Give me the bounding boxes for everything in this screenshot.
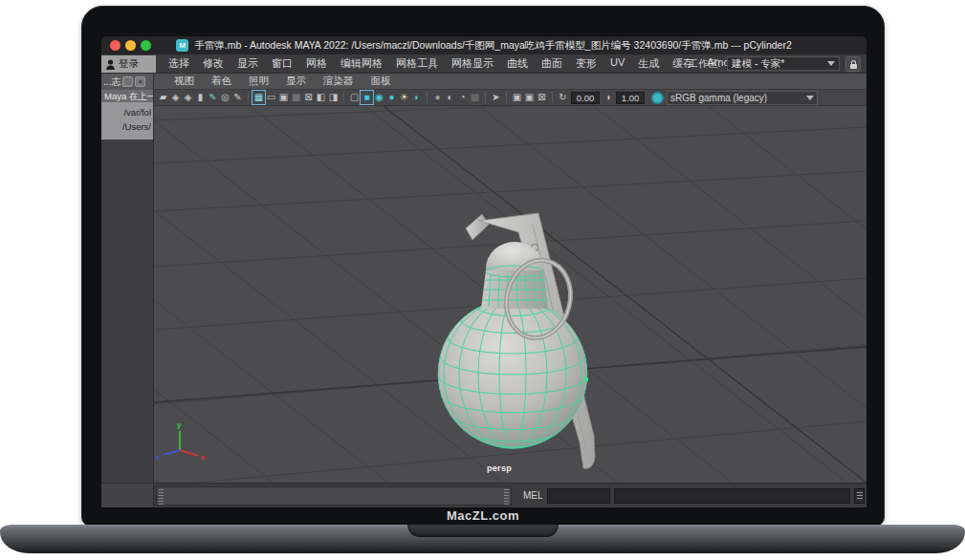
region-icon[interactable]: ⊠ (302, 91, 315, 104)
panel-menu-lighting[interactable]: 照明 (240, 74, 277, 89)
laptop-base (0, 525, 965, 553)
view-transform-value: sRGB gamma (legacy) (670, 93, 767, 103)
workspace-select[interactable]: 建模 - 专家* (727, 56, 840, 71)
video-camera-icon[interactable]: ▰ (157, 91, 169, 104)
range-handle-right[interactable] (504, 489, 509, 505)
recovery-message: Maya 在上一 (101, 90, 153, 102)
menu-deform: 变形 (569, 54, 603, 73)
menu-modify: 修改 (196, 54, 230, 73)
panel-menu-shading[interactable]: 着色 (203, 74, 240, 89)
workspace-lock-button[interactable] (845, 56, 861, 72)
icon-list-anchor: ▰ ◈ ◈ ▮ ✎ ◎ ✎ (157, 91, 557, 104)
gate-mask-icon[interactable]: ▩ (290, 91, 302, 104)
mel-command-input[interactable] (547, 488, 610, 504)
axis-x-label: x (201, 453, 206, 462)
depth-of-field-icon[interactable]: ▩ (469, 91, 481, 104)
resolution-gate-icon[interactable]: ▣ (277, 91, 290, 104)
image-plane-icon[interactable]: ✎ (207, 91, 219, 104)
minimize-window-button[interactable] (125, 40, 136, 51)
script-editor-icon[interactable] (854, 488, 865, 504)
anti-alias-icon[interactable]: ◔ (456, 91, 469, 104)
menu-mesh-display: 网格显示 (445, 54, 500, 73)
wireframe-icon[interactable]: ▢ (348, 91, 361, 104)
panel-menu-renderer[interactable]: 渲染器 (315, 74, 362, 89)
bookmark-icon[interactable]: ▮ (194, 91, 207, 104)
two-d-pan-zoom-icon[interactable]: ◎ (219, 91, 231, 104)
chevron-down-icon (827, 61, 835, 66)
axis-gizmo: y x z (156, 420, 206, 462)
menu-curves: 曲线 (500, 54, 535, 73)
page: M 手雷弹.mb - Autodesk MAYA 2022: /Users/ma… (0, 0, 965, 560)
login-label: 登录 (119, 57, 139, 71)
camera-lock-icon[interactable]: ◈ (169, 91, 182, 104)
restore-window-button[interactable]: □ (122, 76, 133, 87)
axis-y-label: y (177, 420, 182, 429)
close-output-button[interactable]: × (135, 76, 145, 87)
textured-icon[interactable]: ◉ (373, 91, 385, 104)
toolbar-separator (340, 92, 344, 103)
shadows-icon[interactable]: ◗ (410, 91, 423, 104)
color-management-icon[interactable] (651, 92, 664, 104)
exposure-icon[interactable]: ↻ (557, 91, 569, 104)
panel-menu-bar: 视图 着色 照明 显示 渲染器 面板 (154, 74, 866, 90)
laptop-frame: M 手雷弹.mb - Autodesk MAYA 2022: /Users/ma… (81, 6, 885, 527)
recovery-path-2: /Users/ (101, 119, 151, 134)
main-menu-bar: 登录 选择 修改 显示 窗口 网格 编辑网格 (101, 54, 866, 74)
isolate-select-icon[interactable]: ➤ (490, 91, 502, 104)
toolbar-separator (481, 92, 486, 103)
output-window-title: ...志 (103, 75, 121, 89)
panel-menu-view[interactable]: 视图 (165, 74, 203, 89)
smooth-shade-icon[interactable]: ■ (361, 91, 373, 104)
grease-pencil-icon[interactable]: ✎ (231, 91, 244, 104)
vertex-marker (584, 377, 588, 381)
menu-mesh-tools: 网格工具 (389, 54, 445, 73)
lighting-icon[interactable]: ☀ (398, 91, 410, 104)
lid-notch (407, 525, 559, 537)
command-line-row: MEL (154, 483, 866, 507)
camera-settings-icon[interactable]: ◈ (182, 91, 194, 104)
motion-blur-icon[interactable]: ◐ (444, 91, 456, 104)
toolbar-separator (244, 92, 249, 103)
menu-select: 选择 (162, 54, 196, 73)
contrast-icon[interactable]: ◑ (602, 91, 614, 104)
contrast-field[interactable]: 1.00 (616, 92, 645, 104)
login-button[interactable]: 登录 (101, 55, 156, 73)
screen-space-ao-icon[interactable]: ● (431, 91, 444, 104)
toolbox-column (101, 140, 153, 483)
left-panel-column: ...志 □ × Maya 在上一 /var/fol /Users/ (101, 74, 154, 507)
toolbar-separator (548, 92, 553, 103)
exposure-field[interactable]: 0.00 (571, 92, 600, 104)
camera-label: persp (487, 463, 512, 473)
zoom-window-button[interactable] (141, 40, 151, 51)
bezel-brand: MacZL.com (82, 508, 884, 523)
range-handle-left[interactable] (159, 489, 164, 505)
command-feedback-field[interactable] (614, 488, 850, 504)
toolbar-separator (423, 92, 428, 103)
mel-label: MEL (523, 490, 543, 501)
panel-menu-show[interactable]: 显示 (277, 74, 315, 89)
pane-layout-icon[interactable]: ▣ (511, 91, 523, 104)
workspace-label: 工作区: (689, 57, 721, 71)
viewport-toolbar: ▰ ◈ ◈ ▮ ✎ ◎ ✎ (154, 90, 866, 106)
time-slider[interactable] (156, 486, 512, 506)
default-material-icon[interactable]: ● (385, 91, 398, 104)
viewport-canvas: y x z (154, 106, 866, 483)
menu-windows: 窗口 (265, 54, 299, 73)
window-title: 手雷弹.mb - Autodesk MAYA 2022: /Users/macz… (194, 39, 792, 53)
view-transform-select[interactable]: sRGB gamma (legacy) (667, 91, 818, 105)
safe-action-icon[interactable]: ◧ (315, 91, 327, 104)
recovery-paths: /var/fol /Users/ (101, 102, 153, 140)
object-details-icon[interactable]: ⊠ (536, 91, 548, 104)
panel-menu-panels[interactable]: 面板 (362, 74, 400, 89)
close-window-button[interactable] (110, 40, 121, 51)
chevron-down-icon (806, 96, 814, 100)
axis-z-label: z (156, 453, 160, 462)
menu-uv: UV (603, 54, 631, 73)
menu-edit-mesh: 编辑网格 (334, 54, 389, 73)
film-gate-icon[interactable]: ▭ (265, 91, 277, 104)
perspective-viewport[interactable]: y x z persp (154, 106, 866, 483)
workspace-value: 建模 - 专家* (732, 57, 784, 71)
safe-title-icon[interactable]: ◨ (327, 91, 340, 104)
grid-icon[interactable]: ▦ (252, 91, 265, 104)
tear-off-copy-icon[interactable]: ▣ (523, 91, 536, 104)
